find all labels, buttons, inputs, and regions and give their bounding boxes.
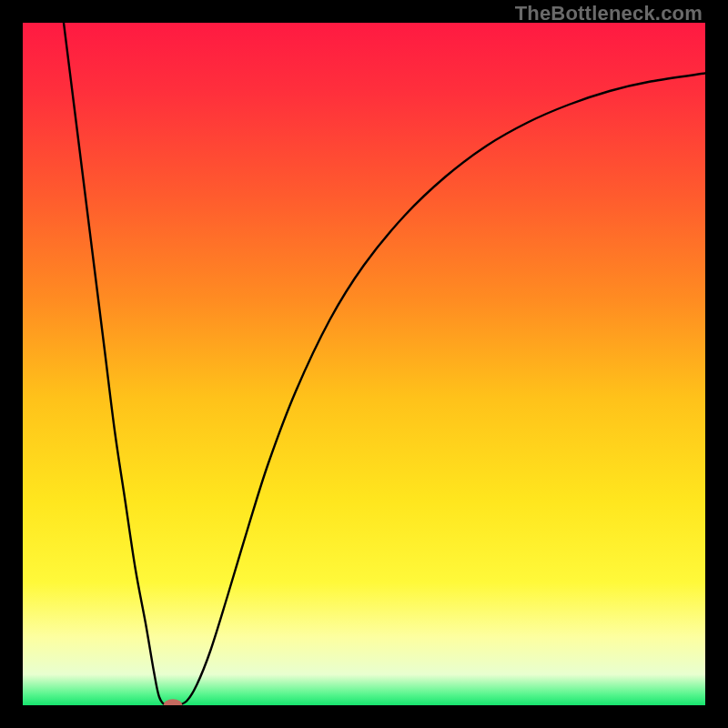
watermark-text: TheBottleneck.com — [515, 2, 703, 25]
bottleneck-chart — [23, 23, 705, 705]
gradient-background — [23, 23, 705, 705]
chart-frame — [23, 23, 705, 705]
